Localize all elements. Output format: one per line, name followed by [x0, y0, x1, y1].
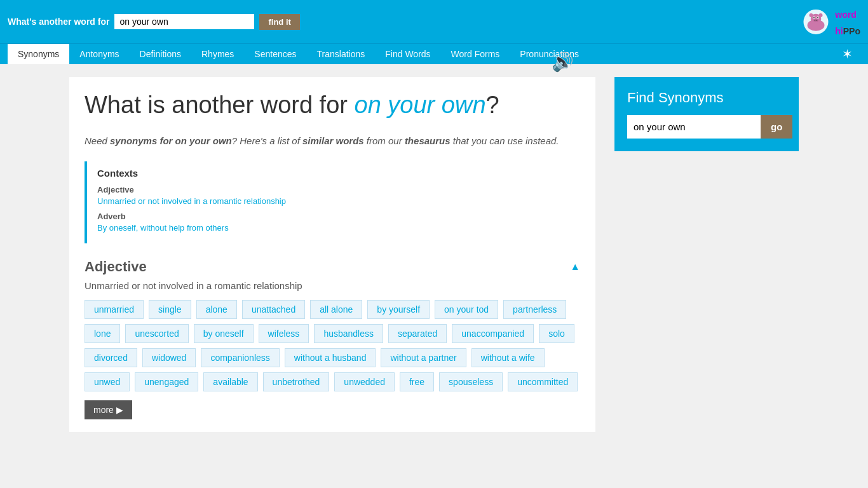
svg-point-6: [817, 17, 818, 18]
word-tag[interactable]: available: [203, 372, 257, 391]
nav-synonyms[interactable]: Synonyms: [8, 44, 69, 64]
description: Need synonyms for on your own? Here's a …: [85, 133, 580, 149]
contexts-box: Contexts Adjective Unmarried or not invo…: [85, 161, 580, 243]
word-tag[interactable]: lone: [85, 324, 120, 343]
word-tag[interactable]: unattached: [242, 300, 305, 319]
word-tag[interactable]: unbetrothed: [263, 372, 330, 391]
nav-antonyms[interactable]: Antonyms: [69, 44, 129, 64]
word-tag[interactable]: unwedded: [334, 372, 395, 391]
word-tag[interactable]: companionless: [201, 348, 279, 367]
word-tag[interactable]: free: [400, 372, 434, 391]
star-icon: ✶: [842, 44, 860, 64]
word-tag[interactable]: separated: [388, 324, 447, 343]
desc-phrase: synonyms for on your own: [110, 135, 232, 146]
more-button[interactable]: more ▶: [85, 400, 132, 419]
speaker-icon[interactable]: 🔊: [552, 52, 574, 72]
nav-pronunciations[interactable]: Pronunciations: [510, 44, 589, 64]
content-area: 🔊 What is another word for on your own? …: [69, 77, 595, 432]
adverb-context: Adverb By oneself, without help from oth…: [97, 210, 570, 233]
search-input[interactable]: [114, 14, 254, 29]
word-tag[interactable]: by yourself: [367, 300, 430, 319]
word-tag[interactable]: partnerless: [503, 300, 566, 319]
page-title: What is another word for on your own?: [85, 90, 580, 121]
nav-bar: Synonyms Antonyms Definitions Rhymes Sen…: [0, 43, 868, 64]
word-tag[interactable]: on your tod: [435, 300, 498, 319]
find-synonyms-title: Find Synonyms: [627, 90, 786, 106]
svg-point-9: [817, 20, 818, 21]
title-suffix: ?: [486, 92, 499, 118]
adjective-pos: Adjective: [97, 185, 134, 194]
logo-area: word hiPPo: [797, 5, 860, 38]
word-tag[interactable]: by oneself: [194, 324, 254, 343]
nav-rhymes[interactable]: Rhymes: [191, 44, 244, 64]
title-prefix: What is another word for: [85, 92, 355, 118]
nav-sentences[interactable]: Sentences: [244, 44, 306, 64]
svg-point-11: [819, 13, 823, 17]
adverb-pos: Adverb: [97, 212, 126, 221]
collapse-arrow[interactable]: ▲: [570, 261, 580, 273]
svg-point-8: [815, 20, 816, 21]
desc-thesaurus: thesaurus: [405, 135, 451, 146]
nav-word-forms[interactable]: Word Forms: [441, 44, 510, 64]
main-layout: 🔊 What is another word for on your own? …: [59, 64, 809, 445]
word-tag[interactable]: husbandless: [314, 324, 383, 343]
logo-text: word hiPPo: [835, 5, 860, 38]
word-tag[interactable]: unwed: [85, 372, 130, 391]
word-tag[interactable]: widowed: [142, 348, 196, 367]
logo-icon: [797, 6, 835, 37]
word-tag[interactable]: uncommitted: [508, 372, 578, 391]
adjective-context: Adjective Unmarried or not involved in a…: [97, 184, 570, 207]
word-tag[interactable]: unaccompanied: [452, 324, 534, 343]
section-subtitle: Unmarried or not involved in a romantic …: [85, 280, 580, 291]
word-tag[interactable]: spouseless: [439, 372, 503, 391]
nav-find-words[interactable]: Find Words: [375, 44, 440, 64]
word-tag[interactable]: divorced: [85, 348, 137, 367]
word-tag[interactable]: unmarried: [85, 300, 144, 319]
title-phrase: on your own: [355, 92, 486, 118]
word-tag[interactable]: single: [149, 300, 191, 319]
svg-point-7: [814, 19, 819, 22]
desc-similar: similar words: [302, 135, 364, 146]
speaker-area: 🔊: [552, 51, 574, 72]
adjective-section: Adjective ▲ Unmarried or not involved in…: [85, 259, 580, 419]
word-tag[interactable]: without a husband: [285, 348, 376, 367]
word-tag[interactable]: without a partner: [381, 348, 466, 367]
tags-container: unmarriedsinglealoneunattachedall aloneb…: [85, 300, 580, 391]
sidebar: Find Synonyms go: [614, 77, 799, 432]
word-tag[interactable]: wifeless: [259, 324, 309, 343]
adjective-context-link[interactable]: Unmarried or not involved in a romantic …: [97, 196, 286, 206]
nav-definitions[interactable]: Definitions: [130, 44, 191, 64]
contexts-title: Contexts: [97, 168, 570, 179]
find-synonyms-box: Find Synonyms go: [614, 77, 799, 151]
svg-point-10: [810, 13, 813, 17]
word-tag[interactable]: alone: [196, 300, 237, 319]
word-tag[interactable]: solo: [539, 324, 574, 343]
word-tag[interactable]: unescorted: [125, 324, 188, 343]
word-tag[interactable]: all alone: [310, 300, 362, 319]
adverb-context-link[interactable]: By oneself, without help from others: [97, 223, 229, 233]
go-button[interactable]: go: [761, 115, 792, 139]
synonyms-input-row: go: [627, 115, 786, 139]
word-tag[interactable]: without a wife: [471, 348, 545, 367]
top-bar: What's another word for find it word: [0, 0, 868, 43]
find-it-button[interactable]: find it: [259, 14, 299, 30]
svg-point-5: [813, 17, 815, 18]
nav-translations[interactable]: Translations: [307, 44, 376, 64]
synonyms-input[interactable]: [627, 115, 761, 139]
word-tag[interactable]: unengaged: [135, 372, 198, 391]
section-heading: Adjective ▲: [85, 259, 580, 275]
section-title: Adjective: [85, 259, 147, 275]
search-label: What's another word for: [8, 17, 109, 27]
